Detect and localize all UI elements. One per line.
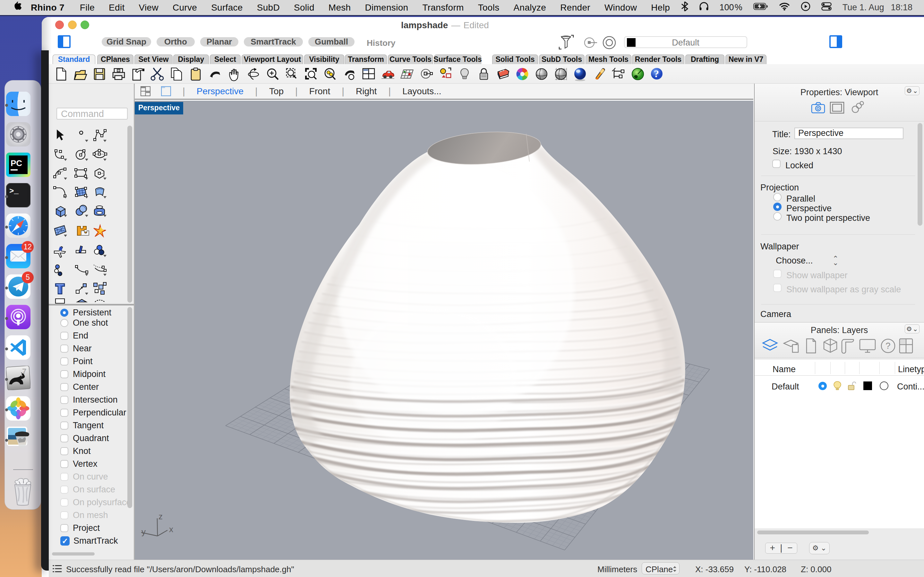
svg-text:?: ? xyxy=(885,341,891,351)
svg-text:?: ? xyxy=(654,68,659,79)
svg-text:y: y xyxy=(142,527,145,537)
svg-text:PC: PC xyxy=(11,158,22,168)
svg-text:>_: >_ xyxy=(9,187,19,195)
svg-text:x: x xyxy=(169,524,173,534)
svg-text:z: z xyxy=(158,512,163,521)
